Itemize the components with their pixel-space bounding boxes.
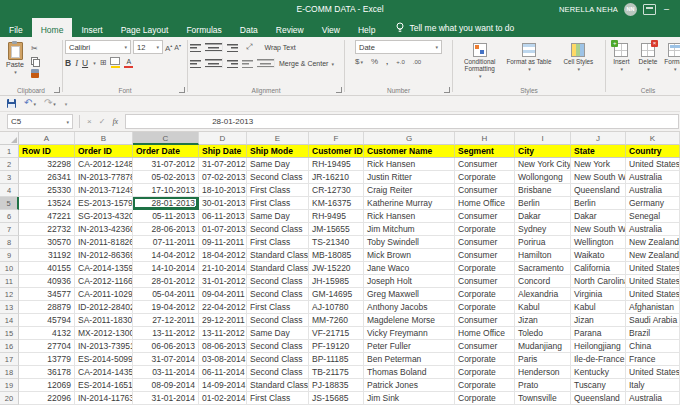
cell-F7[interactable]: JM-15655	[309, 223, 364, 236]
cell-K8[interactable]: New Zealand	[626, 236, 680, 249]
tab-help[interactable]: Help	[349, 18, 384, 37]
cell-C6[interactable]: 05-11-2013	[133, 210, 199, 223]
cell-G7[interactable]: Jim Mitchum	[364, 223, 455, 236]
font-size-select[interactable]: 12▾	[133, 40, 163, 54]
cell-J13[interactable]: Kabul	[571, 301, 626, 314]
borders-icon[interactable]: ⊞	[100, 58, 107, 68]
column-header-H[interactable]: H	[455, 132, 515, 145]
row-header-2[interactable]: 2	[0, 158, 19, 171]
cell-A16[interactable]: 27704	[19, 340, 75, 353]
font-family-select[interactable]: Calibri▾	[65, 40, 131, 54]
cell-D15[interactable]: 13-11-2012	[199, 327, 247, 340]
decrease-indent-icon[interactable]	[242, 59, 253, 68]
cell-A7[interactable]: 22732	[19, 223, 75, 236]
cell-G15[interactable]: Vicky Freymann	[364, 327, 455, 340]
cell-E17[interactable]: Second Class	[247, 353, 309, 366]
cell-A2[interactable]: 32298	[19, 158, 75, 171]
cut-icon[interactable]: ✂	[31, 44, 40, 54]
row-header-1[interactable]: 1	[0, 145, 19, 158]
cell-G12[interactable]: Greg Maxwell	[364, 288, 455, 301]
cell-K7[interactable]: Australia	[626, 223, 680, 236]
cell-H10[interactable]: Corporate	[455, 262, 515, 275]
cell-G11[interactable]: Joseph Holt	[364, 275, 455, 288]
header-cell-J[interactable]: State	[571, 145, 626, 158]
bottom-align-icon[interactable]	[227, 43, 238, 52]
cell-G10[interactable]: Jane Waco	[364, 262, 455, 275]
underline-button[interactable]: U	[82, 58, 88, 68]
column-header-K[interactable]: K	[626, 132, 680, 145]
cell-B8[interactable]: IN-2011-81826	[75, 236, 133, 249]
cell-G13[interactable]: Anthony Jacobs	[364, 301, 455, 314]
middle-align-icon[interactable]	[205, 42, 223, 52]
cell-E6[interactable]: Same Day	[247, 210, 309, 223]
cell-A20[interactable]: 22096	[19, 392, 75, 405]
number-format-select[interactable]: Date▾	[355, 40, 442, 54]
redo-icon[interactable]: ↷▾	[44, 98, 56, 109]
cell-A6[interactable]: 47221	[19, 210, 75, 223]
cell-C3[interactable]: 05-02-2013	[133, 171, 199, 184]
cell-F20[interactable]: JS-15685	[309, 392, 364, 405]
cell-J6[interactable]: Dakar	[571, 210, 626, 223]
shrink-font-icon[interactable]: A▾	[174, 41, 181, 53]
cell-D8[interactable]: 09-11-2011	[199, 236, 247, 249]
cell-F12[interactable]: GM-14695	[309, 288, 364, 301]
cell-E3[interactable]: Second Class	[247, 171, 309, 184]
conditional-formatting-button[interactable]: Conditional Formatting ▾	[457, 40, 503, 85]
row-header-4[interactable]: 4	[0, 184, 19, 197]
cell-J16[interactable]: Heilongjiang	[571, 340, 626, 353]
cell-F2[interactable]: RH-19495	[309, 158, 364, 171]
cell-E18[interactable]: Second Class	[247, 366, 309, 379]
cell-E12[interactable]: Second Class	[247, 288, 309, 301]
cell-B6[interactable]: SG-2013-4320	[75, 210, 133, 223]
cell-I4[interactable]: Brisbane	[515, 184, 571, 197]
header-cell-A[interactable]: Row ID	[19, 145, 75, 158]
cell-G14[interactable]: Magdelene Morse	[364, 314, 455, 327]
accounting-format-icon[interactable]: $▾	[355, 57, 363, 67]
cell-J7[interactable]: New South Wa	[571, 223, 626, 236]
cell-G19[interactable]: Patrick Jones	[364, 379, 455, 392]
cell-J10[interactable]: California	[571, 262, 626, 275]
cell-H17[interactable]: Corporate	[455, 353, 515, 366]
cell-D17[interactable]: 03-08-2014	[199, 353, 247, 366]
row-header-12[interactable]: 12	[0, 288, 19, 301]
cell-K6[interactable]: Senegal	[626, 210, 680, 223]
tab-home[interactable]: Home	[32, 18, 73, 37]
cell-D12[interactable]: 09-04-2011	[199, 288, 247, 301]
cell-C7[interactable]: 28-06-2013	[133, 223, 199, 236]
cell-C9[interactable]: 14-04-2012	[133, 249, 199, 262]
cell-D18[interactable]: 06-11-2014	[199, 366, 247, 379]
cell-D7[interactable]: 01-07-2013	[199, 223, 247, 236]
cell-A3[interactable]: 26341	[19, 171, 75, 184]
cell-H16[interactable]: Consumer	[455, 340, 515, 353]
cell-I5[interactable]: Berlin	[515, 197, 571, 210]
cell-A5[interactable]: 13524	[19, 197, 75, 210]
paste-dropdown-icon[interactable]: ▾	[14, 69, 17, 75]
cell-B20[interactable]: IN-2014-11763	[75, 392, 133, 405]
cell-E11[interactable]: Second Class	[247, 275, 309, 288]
cell-F14[interactable]: MM-7260	[309, 314, 364, 327]
cell-B14[interactable]: SA-2011-1830	[75, 314, 133, 327]
cell-A18[interactable]: 36178	[19, 366, 75, 379]
cell-J11[interactable]: North Carolina	[571, 275, 626, 288]
cell-H9[interactable]: Consumer	[455, 249, 515, 262]
tab-review[interactable]: Review	[267, 18, 313, 37]
cell-C13[interactable]: 19-04-2012	[133, 301, 199, 314]
cell-D10[interactable]: 21-10-2014	[199, 262, 247, 275]
cell-A4[interactable]: 25330	[19, 184, 75, 197]
cell-A15[interactable]: 4132	[19, 327, 75, 340]
cell-K10[interactable]: United States	[626, 262, 680, 275]
row-header-10[interactable]: 10	[0, 262, 19, 275]
cell-H12[interactable]: Corporate	[455, 288, 515, 301]
avatar[interactable]: NN	[624, 3, 637, 16]
cell-E10[interactable]: Standard Class	[247, 262, 309, 275]
row-header-19[interactable]: 19	[0, 379, 19, 392]
cell-I13[interactable]: Kabul	[515, 301, 571, 314]
cell-H8[interactable]: Consumer	[455, 236, 515, 249]
cell-I9[interactable]: Hamilton	[515, 249, 571, 262]
cell-styles-button[interactable]: Cell Styles ▾	[555, 40, 601, 85]
cell-E2[interactable]: Same Day	[247, 158, 309, 171]
cell-K2[interactable]: United States	[626, 158, 680, 171]
minimize-button[interactable]: –	[662, 5, 671, 14]
row-header-15[interactable]: 15	[0, 327, 19, 340]
cell-B5[interactable]: ES-2013-15793	[75, 197, 133, 210]
